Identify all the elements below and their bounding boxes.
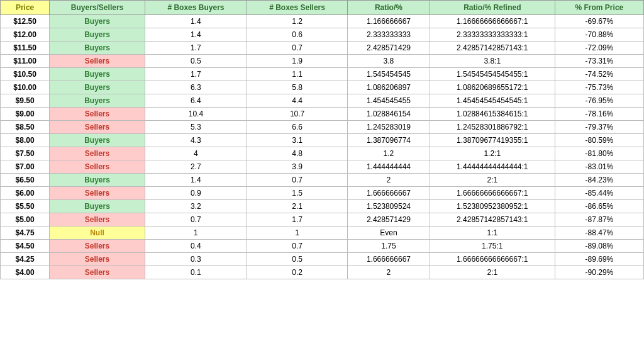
cell: $10.00 xyxy=(1,81,50,94)
cell: 5.3 xyxy=(145,121,247,134)
cell: 0.7 xyxy=(247,42,348,55)
cell: 1.7 xyxy=(145,42,247,55)
cell: 10.7 xyxy=(247,108,348,121)
cell: 0.5 xyxy=(145,55,247,68)
cell: $9.50 xyxy=(1,94,50,108)
cell: 3.8 xyxy=(348,55,430,68)
cell: 1.444444444 xyxy=(348,160,430,174)
cell: 0.5 xyxy=(247,253,348,266)
table-row: $9.50Buyers6.44.41.4545454551.4545454545… xyxy=(1,94,644,108)
table-row: $9.00Sellers10.410.71.0288461541.0288461… xyxy=(1,108,644,121)
cell: 10.4 xyxy=(145,108,247,121)
cell: -76.95% xyxy=(555,94,643,108)
cell: $8.00 xyxy=(1,134,50,147)
cell: $8.50 xyxy=(1,121,50,134)
cell: 2:1 xyxy=(430,266,555,279)
cell: 1.24528301886792:1 xyxy=(430,121,555,134)
cell: 4.3 xyxy=(145,134,247,147)
cell: -70.88% xyxy=(555,28,643,42)
cell: 2.1 xyxy=(247,200,348,213)
cell: 3.1 xyxy=(247,134,348,147)
cell: 2:1 xyxy=(430,174,555,187)
cell: 1.54545454545455:1 xyxy=(430,68,555,81)
cell: 1.75:1 xyxy=(430,240,555,253)
cell: 1.02884615384615:1 xyxy=(430,108,555,121)
cell: 1.4 xyxy=(145,174,247,187)
table-row: $4.50Sellers0.40.71.751.75:1-89.08% xyxy=(1,240,644,253)
cell: Buyers xyxy=(50,68,145,81)
cell: 0.1 xyxy=(145,266,247,279)
cell: 1.2 xyxy=(247,15,348,28)
cell: 0.2 xyxy=(247,266,348,279)
cell: 1.4 xyxy=(145,15,247,28)
cell: 1.9 xyxy=(247,55,348,68)
cell: Sellers xyxy=(50,147,145,160)
cell: $9.00 xyxy=(1,108,50,121)
cell: 1.66666666666667:1 xyxy=(430,187,555,200)
cell: 1.166666667 xyxy=(348,15,430,28)
cell: 2.7 xyxy=(145,160,247,174)
cell: 2.33333333333333:1 xyxy=(430,28,555,42)
cell: 6.3 xyxy=(145,81,247,94)
cell: $4.00 xyxy=(1,266,50,279)
cell: 1.7 xyxy=(145,68,247,81)
table-row: $7.00Sellers2.73.91.4444444441.444444444… xyxy=(1,160,644,174)
cell: Sellers xyxy=(50,266,145,279)
cell: -78.16% xyxy=(555,108,643,121)
table-row: $7.50Sellers44.81.21.2:1-81.80% xyxy=(1,147,644,160)
cell: 1.4 xyxy=(145,28,247,42)
cell: 0.7 xyxy=(145,213,247,226)
cell: 1.7 xyxy=(247,213,348,226)
cell: 1.2:1 xyxy=(430,147,555,160)
cell: $11.00 xyxy=(1,55,50,68)
cell: $12.50 xyxy=(1,15,50,28)
cell: 6.6 xyxy=(247,121,348,134)
cell: -79.37% xyxy=(555,121,643,134)
cell: Buyers xyxy=(50,200,145,213)
cell: Sellers xyxy=(50,55,145,68)
table-row: $5.50Buyers3.22.11.5238095241.5238095238… xyxy=(1,200,644,213)
cell: 1.52380952380952:1 xyxy=(430,200,555,213)
cell: Sellers xyxy=(50,213,145,226)
cell: 1.245283019 xyxy=(348,121,430,134)
cell: 1.38709677419355:1 xyxy=(430,134,555,147)
cell: -84.23% xyxy=(555,174,643,187)
cell: -69.67% xyxy=(555,15,643,28)
col-header-price: Price xyxy=(1,1,50,15)
cell: -88.47% xyxy=(555,226,643,240)
cell: $12.00 xyxy=(1,28,50,42)
cell: 1.028846154 xyxy=(348,108,430,121)
cell: $10.50 xyxy=(1,68,50,81)
cell: Sellers xyxy=(50,240,145,253)
cell: 1.08620689655172:1 xyxy=(430,81,555,94)
col-header---from-price: % From Price xyxy=(555,1,643,15)
table-row: $6.00Sellers0.91.51.6666666671.666666666… xyxy=(1,187,644,200)
cell: 4.4 xyxy=(247,94,348,108)
cell: 1 xyxy=(145,226,247,240)
cell: 0.7 xyxy=(247,174,348,187)
cell: 1.5 xyxy=(247,187,348,200)
col-header-ratio---refined: Ratio/% Refined xyxy=(430,1,555,15)
cell: $4.75 xyxy=(1,226,50,240)
cell: -72.09% xyxy=(555,42,643,55)
cell: 6.4 xyxy=(145,94,247,108)
cell: 2.428571429 xyxy=(348,42,430,55)
cell: 1.666666667 xyxy=(348,187,430,200)
cell: 2.42857142857143:1 xyxy=(430,42,555,55)
cell: -89.08% xyxy=(555,240,643,253)
table-row: $4.00Sellers0.10.222:1-90.29% xyxy=(1,266,644,279)
cell: -73.31% xyxy=(555,55,643,68)
cell: -83.01% xyxy=(555,160,643,174)
cell: 2.333333333 xyxy=(348,28,430,42)
cell: Buyers xyxy=(50,174,145,187)
cell: 1 xyxy=(247,226,348,240)
col-header-ratio--: Ratio/% xyxy=(348,1,430,15)
cell: Null xyxy=(50,226,145,240)
cell: 0.3 xyxy=(145,253,247,266)
cell: $4.50 xyxy=(1,240,50,253)
table-row: $5.00Sellers0.71.72.4285714292.428571428… xyxy=(1,213,644,226)
table-row: $10.00Buyers6.35.81.0862068971.086206896… xyxy=(1,81,644,94)
table-row: $12.00Buyers1.40.62.3333333332.333333333… xyxy=(1,28,644,42)
col-header---boxes-sellers: # Boxes Sellers xyxy=(247,1,348,15)
cell: 1.2 xyxy=(348,147,430,160)
